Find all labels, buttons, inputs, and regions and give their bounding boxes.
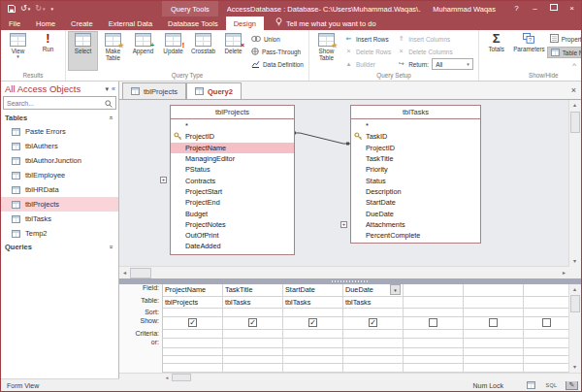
collapse-ribbon-icon[interactable]: ^ — [572, 62, 576, 70]
scrollbar-thumb[interactable] — [172, 374, 191, 381]
grid-show-cell-duedate[interactable]: ✓ — [343, 317, 403, 330]
field-projectid[interactable]: ProjectID — [171, 131, 294, 142]
scroll-up-icon[interactable]: ▴ — [569, 100, 580, 111]
parameters-button[interactable]: ? Parameters — [511, 31, 547, 71]
field-projectstart[interactable]: ProjectStart — [171, 186, 294, 197]
grid-table-cell-tasktitle[interactable]: tblTasks — [223, 297, 282, 309]
union-button[interactable]: Union — [248, 34, 307, 44]
scroll-up-icon[interactable]: ▴ — [569, 284, 580, 295]
grid-sort-cell-duedate[interactable] — [343, 309, 403, 317]
grid-show-cell-empty-5[interactable] — [404, 317, 463, 330]
grid-blank1-cell-empty-5[interactable] — [404, 348, 463, 356]
sql-view-icon[interactable]: SQL — [545, 380, 558, 390]
grid-blank3-cell-empty-7[interactable] — [524, 364, 569, 373]
grid-horizontal-scrollbar[interactable]: ◂ — [119, 373, 581, 381]
insert-columns-button[interactable]: ⇑ Insert Columns — [394, 34, 476, 44]
grid-field-cell-empty-6[interactable] — [464, 284, 523, 297]
grid-table-cell-empty-6[interactable] — [464, 297, 523, 309]
grid-table-cell-projectname[interactable]: tblProjects — [163, 297, 222, 309]
grid-table-cell-duedate[interactable]: tblTasks — [343, 297, 403, 309]
close-document-icon[interactable]: × — [571, 85, 581, 95]
grid-blank3-cell-tasktitle[interactable] — [223, 364, 282, 373]
totals-button[interactable]: Σ Totals — [481, 31, 511, 71]
data-definition-button[interactable]: Data Definition — [248, 59, 307, 69]
show-checkbox[interactable] — [542, 318, 551, 327]
field-outofprint[interactable]: OutOfPrint — [171, 230, 294, 241]
scroll-right-icon[interactable]: ▸ — [559, 268, 569, 278]
expand-group-icon[interactable]: « — [109, 245, 115, 249]
grid-field-cell-empty-7[interactable] — [524, 284, 569, 297]
show-checkbox-checked[interactable]: ✓ — [188, 318, 197, 327]
grid-blank1-cell-duedate[interactable] — [343, 348, 403, 356]
collapse-group-icon[interactable]: « — [109, 116, 115, 120]
field-taskid[interactable]: TaskID — [351, 131, 480, 142]
field-projectname[interactable]: ProjectName — [171, 143, 294, 153]
grid-blank1-cell-empty-6[interactable] — [464, 348, 523, 356]
grid-vertical-scrollbar[interactable]: ▴ ▾ — [568, 284, 581, 373]
grid-criteria-cell-duedate[interactable] — [343, 330, 403, 340]
update-query-button[interactable]: ! Update — [158, 31, 188, 71]
grid-table-cell-empty-5[interactable] — [404, 297, 463, 309]
tab-query2[interactable]: Query2 — [186, 82, 242, 99]
scrollbar-thumb[interactable] — [130, 268, 151, 278]
grid-or-cell-duedate[interactable] — [343, 339, 403, 348]
scroll-left-icon[interactable]: ◂ — [119, 268, 130, 278]
grid-show-cell-startdate[interactable]: ✓ — [283, 317, 342, 330]
grid-criteria-cell-empty-6[interactable] — [464, 330, 523, 340]
grid-criteria-cell-empty-5[interactable] — [404, 330, 463, 340]
grid-blank2-cell-empty-7[interactable] — [524, 356, 569, 364]
grid-show-cell-empty-7[interactable] — [524, 317, 569, 330]
field-projectend[interactable]: ProjectEnd — [171, 197, 294, 208]
field-startdate[interactable]: StartDate — [351, 197, 480, 208]
view-button[interactable]: View ▾ — [3, 31, 33, 71]
property-sheet-button[interactable]: Property Sheet — [547, 34, 582, 44]
field-dropdown-button[interactable]: ▾ — [390, 284, 401, 295]
delete-rows-button[interactable]: × Delete Rows — [341, 47, 394, 56]
table-names-button[interactable]: Table Names — [547, 47, 582, 58]
show-checkbox-checked[interactable]: ✓ — [308, 318, 317, 327]
return-combobox[interactable]: All ▾ — [432, 58, 473, 70]
user-name[interactable]: Muhammad Waqas — [421, 5, 507, 14]
grid-show-cell-projectname[interactable]: ✓ — [163, 317, 222, 330]
grid-blank1-cell-tasktitle[interactable] — [223, 348, 282, 356]
field-managingeditor[interactable]: ManagingEditor — [171, 153, 294, 164]
grid-blank2-cell-empty-5[interactable] — [404, 356, 463, 364]
append-query-button[interactable]: + Append — [128, 31, 158, 71]
grid-or-cell-empty-6[interactable] — [464, 339, 523, 348]
grid-table-cell-startdate[interactable]: tblTasks — [283, 297, 342, 309]
design-vertical-scrollbar[interactable]: ▴ ▾ — [568, 100, 581, 267]
expand-icon[interactable]: + — [340, 221, 347, 228]
grid-or-cell-empty-7[interactable] — [524, 339, 569, 348]
sidebar-item-paste-errors[interactable]: Paste Errors — [1, 124, 118, 139]
grid-blank3-cell-empty-5[interactable] — [404, 364, 463, 373]
ribbon-tab-create[interactable]: Create — [63, 16, 101, 30]
grid-field-cell-empty-5[interactable] — [404, 284, 463, 297]
field-attachments[interactable]: +Attachments — [351, 219, 480, 230]
crosstab-query-button[interactable]: Crosstab — [188, 31, 218, 71]
field-description[interactable]: Description — [351, 186, 480, 197]
grid-criteria-cell-tasktitle[interactable] — [223, 330, 282, 340]
grid-field-cell-tasktitle[interactable]: TaskTitle — [223, 284, 282, 297]
grid-criteria-cell-empty-7[interactable] — [524, 330, 569, 340]
pass-through-button[interactable]: Pass-Through — [248, 47, 307, 56]
grid-blank3-cell-projectname[interactable] — [163, 364, 222, 373]
scrollbar-thumb[interactable] — [570, 112, 580, 133]
grid-or-cell-empty-5[interactable] — [404, 339, 463, 348]
grid-or-cell-tasktitle[interactable] — [223, 339, 282, 348]
grid-criteria-cell-projectname[interactable] — [163, 330, 222, 340]
grid-blank3-cell-startdate[interactable] — [283, 364, 342, 373]
field-priority[interactable]: Priority — [351, 164, 480, 175]
contextual-tab-query-tools[interactable]: Query Tools — [162, 1, 218, 16]
redo-icon[interactable]: ↻▾ — [35, 5, 45, 13]
select-query-button[interactable]: Select — [68, 31, 98, 71]
make-table-button[interactable]: ★ Make Table — [98, 31, 128, 71]
grid-sort-cell-empty-7[interactable] — [524, 309, 569, 317]
grid-blank2-cell-startdate[interactable] — [283, 356, 342, 364]
design-horizontal-scrollbar[interactable]: ◂ ▸ — [119, 266, 569, 278]
show-checkbox-checked[interactable]: ✓ — [369, 318, 377, 327]
nav-pane-menu-icon[interactable]: ▾ — [106, 85, 110, 93]
show-checkbox[interactable] — [429, 318, 437, 327]
grid-sort-cell-tasktitle[interactable] — [223, 309, 282, 317]
nav-group-queries[interactable]: Queries « — [1, 241, 118, 253]
nav-group-tables[interactable]: Tables « — [1, 112, 118, 124]
